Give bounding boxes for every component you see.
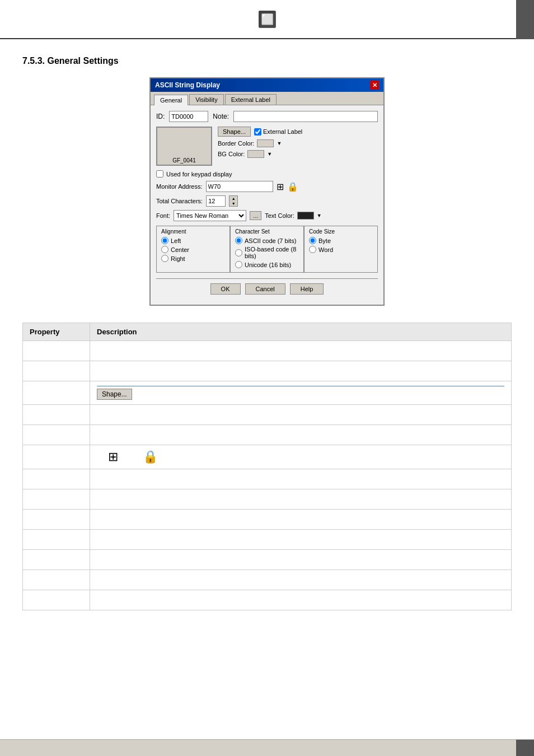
ok-button[interactable]: OK [210, 283, 241, 295]
external-label-check: External Label [254, 128, 302, 136]
charset-unicode-label: Unicode (16 bits) [245, 262, 291, 268]
property-cell [23, 361, 90, 381]
bg-color-box[interactable] [247, 150, 264, 158]
align-right-radio[interactable] [161, 255, 168, 262]
charset-ascii[interactable]: ASCII code (7 bits) [235, 237, 299, 244]
alignment-title: Alignment [161, 228, 225, 235]
footer-bar [0, 739, 534, 756]
note-input[interactable] [233, 111, 378, 122]
property-cell [23, 445, 90, 469]
description-cell [90, 361, 512, 381]
description-cell [90, 469, 512, 489]
table-row [23, 341, 512, 361]
table-row [23, 405, 512, 425]
total-label: Total Characters: [156, 198, 203, 204]
property-cell [23, 590, 90, 610]
charset-iso-radio[interactable] [235, 249, 242, 256]
code-byte-radio[interactable] [309, 237, 316, 244]
bg-color-arrow[interactable]: ▼ [267, 151, 272, 157]
border-color-box[interactable] [257, 139, 274, 147]
border-color-arrow[interactable]: ▼ [277, 141, 282, 146]
id-note-row: ID: Note: [156, 111, 378, 122]
table-grid-icon[interactable]: ⊞ [108, 450, 118, 464]
monitor-input[interactable] [206, 181, 273, 192]
description-cell: ⊞ 🔒 [90, 445, 512, 469]
align-center-radio[interactable] [161, 246, 168, 253]
col-description: Description [90, 323, 512, 341]
text-color-box[interactable] [297, 212, 314, 220]
tab-visibility[interactable]: Visibility [189, 94, 224, 105]
table-lock-icon[interactable]: 🔒 [143, 450, 158, 464]
font-row: Font: Times New Roman ... Text Color: ▼ [156, 210, 378, 221]
align-right[interactable]: Right [161, 255, 225, 262]
blue-underline [97, 386, 504, 386]
monitor-grid-icon[interactable]: ⊞ [277, 181, 284, 192]
property-cell [23, 570, 90, 590]
table-row [23, 469, 512, 489]
spinner-down[interactable]: ▼ [229, 201, 237, 206]
dialog-body: ID: Note: GF_0041 Shape... [151, 105, 383, 305]
monitor-address-icon[interactable]: 🔒 [287, 181, 298, 192]
charset-unicode[interactable]: Unicode (16 bits) [235, 261, 299, 268]
character-set-group: Character Set ASCII code (7 bits) ISO-ba… [230, 226, 304, 273]
charset-ascii-radio[interactable] [235, 237, 242, 244]
charset-unicode-radio[interactable] [235, 261, 242, 268]
code-word-radio[interactable] [309, 246, 316, 253]
description-cell [90, 425, 512, 445]
table-row [23, 550, 512, 570]
ascii-string-dialog: ASCII String Display ✕ General Visibilit… [149, 77, 385, 306]
code-size-title: Code Size [309, 228, 373, 235]
tab-external-label[interactable]: External Label [225, 94, 277, 105]
shape-table-button[interactable]: Shape... [97, 389, 132, 400]
tab-general[interactable]: General [154, 95, 188, 105]
id-input[interactable] [169, 111, 208, 122]
preview-label: GF_0041 [172, 157, 196, 164]
keypad-label: Used for keypad display [166, 171, 232, 178]
alignment-group: Alignment Left Center Right [156, 226, 230, 273]
code-word[interactable]: Word [309, 246, 373, 253]
property-cell [23, 405, 90, 425]
help-button[interactable]: Help [290, 283, 324, 295]
shape-button-row: Shape... External Label [218, 127, 302, 137]
table-row: Shape... [23, 381, 512, 405]
table-row [23, 590, 512, 610]
property-cell [23, 341, 90, 361]
property-table: Property Description Shape... [22, 323, 512, 610]
preview-container: GF_0041 [156, 127, 212, 166]
align-left-label: Left [171, 237, 181, 244]
align-center[interactable]: Center [161, 246, 225, 253]
monitor-label: Monitor Address: [156, 183, 203, 190]
bg-color-row: BG Color: ▼ [218, 150, 302, 158]
cancel-button[interactable]: Cancel [245, 283, 285, 295]
property-cell [23, 550, 90, 570]
col-property: Property [23, 323, 90, 341]
align-left[interactable]: Left [161, 237, 225, 244]
property-cell [23, 530, 90, 550]
font-select[interactable]: Times New Roman [174, 210, 246, 221]
table-row [23, 425, 512, 445]
id-label: ID: [156, 113, 165, 120]
text-color-arrow[interactable]: ▼ [317, 213, 322, 218]
font-label: Font: [156, 212, 170, 219]
total-input[interactable] [206, 195, 226, 207]
property-cell [23, 425, 90, 445]
charset-iso-label: ISO-based code (8 bits) [245, 246, 299, 259]
font-browse-button[interactable]: ... [250, 211, 261, 220]
top-bar: 🔲 [0, 0, 534, 39]
shape-preview: GF_0041 [156, 127, 212, 166]
external-label-checkbox[interactable] [254, 128, 261, 136]
spinner-up[interactable]: ▲ [229, 196, 237, 201]
align-left-radio[interactable] [161, 237, 168, 244]
dialog-close-button[interactable]: ✕ [370, 81, 379, 90]
bg-color-label: BG Color: [218, 151, 245, 157]
keypad-checkbox[interactable] [156, 170, 163, 178]
property-cell [23, 510, 90, 530]
border-color-label: Border Color: [218, 140, 254, 147]
table-row [23, 530, 512, 550]
code-size-group: Code Size Byte Word [304, 226, 378, 273]
code-byte[interactable]: Byte [309, 237, 373, 244]
charset-iso[interactable]: ISO-based code (8 bits) [235, 246, 299, 259]
description-cell [90, 510, 512, 530]
shape-button[interactable]: Shape... [218, 127, 251, 137]
table-row [23, 510, 512, 530]
